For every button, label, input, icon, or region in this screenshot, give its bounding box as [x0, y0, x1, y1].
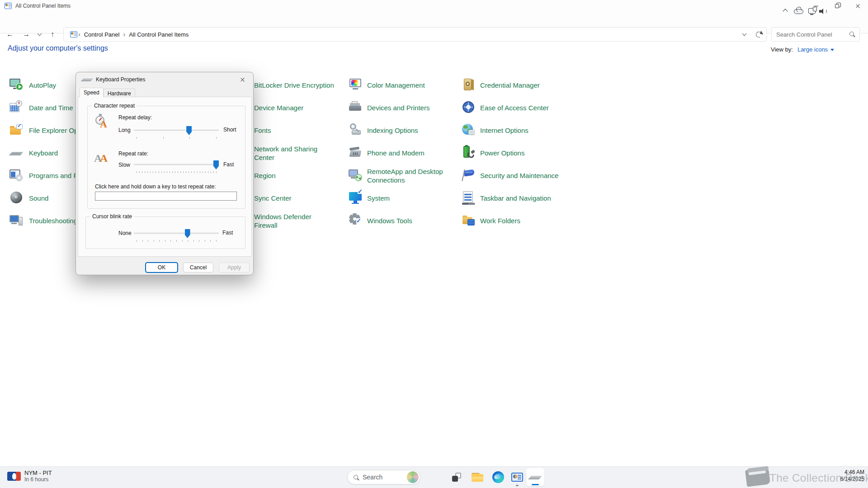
tab-hardware[interactable]: Hardware	[104, 89, 135, 97]
recent-locations-button[interactable]	[34, 28, 44, 41]
control-panel-item[interactable]: Phone and Modem	[348, 145, 461, 161]
view-by-value: Large icons	[797, 46, 828, 53]
system-icon: ✓	[348, 190, 363, 205]
edge-icon	[492, 471, 504, 483]
repeat-rate-max: Fast	[223, 161, 234, 168]
address-dropdown-icon[interactable]	[742, 32, 747, 36]
slider-thumb[interactable]	[185, 229, 190, 238]
control-panel-item[interactable]: Internet Options	[461, 122, 574, 139]
control-panel-item[interactable]: ✓Windows Tools	[348, 213, 461, 229]
close-button[interactable]	[847, 0, 868, 12]
control-panel-item[interactable]: Security and Maintenance	[461, 168, 574, 184]
search-icon	[354, 475, 358, 479]
control-panel-item-label: RemoteApp and Desktop Connections	[367, 167, 464, 184]
dialog-tabs: Speed Hardware	[80, 87, 135, 97]
widget-line2: In 6 hours	[24, 476, 52, 483]
control-panel-item[interactable]: Credential Manager	[461, 77, 574, 94]
control-panel-item[interactable]: Taskbar and Navigation	[461, 190, 574, 206]
control-panel-item-label: Fonts	[254, 126, 351, 135]
control-panel-item-label: Credential Manager	[480, 81, 577, 89]
taskbar-navigation-icon	[461, 190, 476, 205]
dialog-titlebar: Keyboard Properties	[76, 72, 253, 87]
control-panel-item-label: Power Options	[480, 149, 577, 157]
task-view-icon	[452, 473, 461, 482]
view-by-dropdown[interactable]: Large icons	[797, 46, 834, 53]
control-panel-item[interactable]: Work Folders	[461, 213, 574, 229]
running-indicator	[516, 485, 519, 486]
cursor-blink-slider[interactable]	[134, 229, 219, 243]
control-panel-item-label: Device Manager	[254, 103, 351, 112]
restore-button[interactable]	[826, 0, 847, 12]
slider-ticks	[137, 240, 216, 242]
breadcrumb-all-items[interactable]: All Control Panel Items	[126, 31, 191, 38]
slider-ticks	[137, 137, 216, 139]
forward-button[interactable]: →	[20, 28, 33, 41]
restore-icon	[835, 4, 839, 8]
navigation-bar: ← → ↑ › Control Panel › All Control Pane…	[0, 12, 868, 33]
control-panel-item[interactable]: Color Management	[348, 77, 461, 94]
up-button[interactable]: ↑	[46, 28, 59, 41]
character-repeat-legend: Character repeat	[92, 103, 137, 109]
repeat-rate-slider[interactable]	[134, 160, 219, 174]
autoplay-icon	[9, 77, 24, 92]
speaker-icon	[819, 8, 828, 14]
control-panel-item[interactable]: Ease of Access Center	[461, 100, 574, 116]
sound-icon	[9, 190, 24, 205]
repeat-delay-slider[interactable]	[134, 126, 219, 140]
file-explorer-button[interactable]	[469, 469, 486, 485]
repeat-delay-min: Long	[118, 127, 131, 133]
cancel-button[interactable]: Cancel	[183, 263, 213, 272]
breadcrumb-separator: ›	[122, 31, 126, 38]
programs-features-icon	[9, 168, 24, 182]
control-panel-icon	[70, 31, 77, 38]
control-panel-item-label: Color Management	[367, 81, 464, 89]
internet-options-icon	[461, 122, 476, 137]
ok-button[interactable]: OK	[146, 263, 178, 272]
address-bar[interactable]: › Control Panel › All Control Panel Item…	[63, 27, 767, 42]
repeat-rate-test-input[interactable]	[95, 192, 237, 201]
control-panel-item[interactable]: RemoteApp and Desktop Connections	[348, 168, 461, 184]
indexing-options-icon	[348, 122, 363, 137]
file-explorer-icon	[472, 473, 483, 482]
tab-speed[interactable]: Speed	[80, 88, 104, 97]
remoteapp-icon	[348, 168, 363, 182]
slider-thumb[interactable]	[213, 160, 219, 169]
keyboard-properties-taskbar-button[interactable]	[526, 468, 544, 486]
control-panel-item[interactable]: ✓System	[348, 190, 461, 206]
keyboard-icon	[528, 475, 542, 479]
control-panel-item[interactable]: Indexing Options	[348, 122, 461, 139]
date-time-icon	[9, 100, 24, 114]
dialog-title: Keyboard Properties	[96, 76, 145, 83]
control-panel-item-label: Sync Center	[254, 194, 351, 202]
keyboard-icon	[80, 78, 94, 81]
task-view-button[interactable]	[448, 469, 465, 485]
dialog-close-button[interactable]	[235, 74, 250, 85]
speed-tab-page: Character repeat A Repeat delay: Long Sh…	[78, 97, 252, 257]
taskbar-search[interactable]: Search	[347, 470, 420, 484]
control-panel-taskbar-button[interactable]	[509, 469, 525, 485]
widgets-button[interactable]: NYM - PIT In 6 hours	[5, 469, 55, 483]
refresh-icon[interactable]	[755, 31, 763, 38]
control-panel-icon	[5, 3, 12, 9]
control-panel-item[interactable]: Power Options	[461, 145, 574, 161]
close-icon	[855, 4, 860, 9]
page-title: Adjust your computer's settings	[8, 44, 108, 52]
back-button[interactable]: ←	[4, 28, 16, 41]
taskbar: NYM - PIT In 6 hours	[0, 466, 868, 488]
close-icon	[240, 77, 245, 82]
search-input[interactable]	[776, 29, 849, 39]
widget-line1: NYM - PIT	[24, 469, 52, 476]
tray-time: 4:46 AM	[840, 469, 864, 476]
search-box[interactable]	[771, 27, 860, 42]
work-folders-icon	[461, 213, 476, 227]
taskbar-clock[interactable]: 4:46 AM 6/14/2025	[840, 469, 864, 483]
slider-thumb[interactable]	[186, 126, 192, 135]
repeat-delay-icon: A	[95, 115, 109, 131]
apply-button[interactable]: Apply	[219, 263, 250, 272]
search-highlight-image	[407, 471, 419, 483]
control-panel-item[interactable]: Devices and Printers	[348, 100, 461, 116]
breadcrumb-control-panel[interactable]: Control Panel	[81, 31, 123, 38]
view-by-label: View by:	[771, 46, 793, 53]
edge-button[interactable]	[490, 469, 506, 485]
mlb-logo-icon	[7, 472, 21, 481]
